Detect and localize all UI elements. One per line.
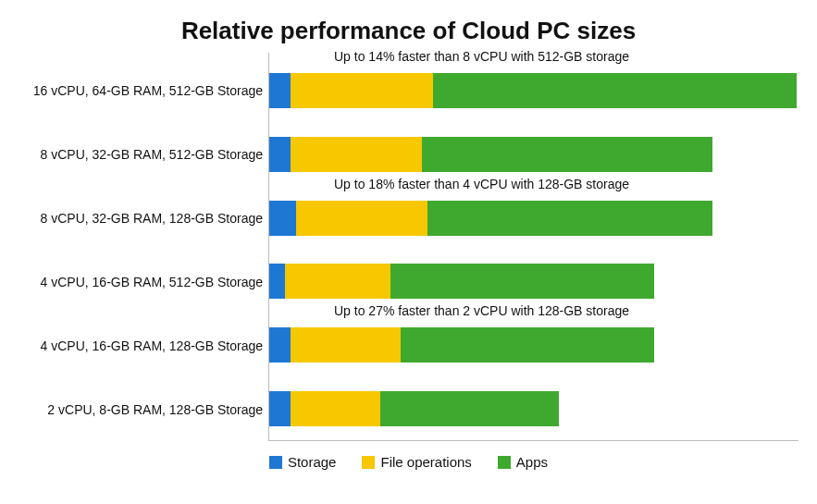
legend-item-apps: Apps [498, 454, 548, 470]
legend: Storage File operations Apps [19, 454, 798, 470]
legend-label: Apps [516, 454, 548, 470]
bar-row: Up to 14% faster than 8 vCPU with 512-GB… [269, 58, 798, 122]
legend-item-storage: Storage [269, 454, 337, 470]
category-label: 4 vCPU, 16-GB RAM, 128-GB Storage [19, 313, 268, 377]
bar-segment-storage [269, 264, 285, 299]
bar-segment-fileops [291, 327, 402, 363]
category-label: 4 vCPU, 16-GB RAM, 512-GB Storage [19, 250, 268, 313]
bar-segment-storage [269, 201, 296, 236]
bar-segment-apps [390, 264, 654, 299]
legend-item-fileops: File operations [362, 454, 471, 470]
bars-area: Up to 14% faster than 8 vCPU with 512-GB… [268, 53, 798, 441]
legend-label: File operations [380, 454, 471, 470]
bar-segment-fileops [296, 201, 428, 236]
stacked-bar [269, 201, 712, 236]
bar-segment-storage [269, 391, 291, 426]
category-label: 16 vCPU, 64-GB RAM, 512-GB Storage [19, 58, 268, 122]
category-label: 2 vCPU, 8-GB RAM, 128-GB Storage [19, 377, 268, 441]
bar-segment-fileops [291, 391, 380, 426]
bar-segment-apps [433, 73, 797, 108]
annotation: Up to 18% faster than 4 vCPU with 128-GB… [334, 177, 629, 191]
plot-area: 16 vCPU, 64-GB RAM, 512-GB Storage 8 vCP… [19, 53, 798, 441]
bar-segment-apps [401, 327, 654, 363]
bar-segment-storage [269, 137, 291, 172]
bar-row: Up to 18% faster than 4 vCPU with 128-GB… [269, 186, 798, 250]
chart-card: Relative performance of Cloud PC sizes 1… [0, 0, 817, 504]
category-label: 8 vCPU, 32-GB RAM, 128-GB Storage [19, 186, 268, 250]
square-icon [498, 456, 511, 469]
bar-segment-fileops [285, 264, 390, 299]
stacked-bar [269, 73, 797, 108]
annotation: Up to 14% faster than 8 vCPU with 512-GB… [334, 49, 629, 64]
y-axis-labels: 16 vCPU, 64-GB RAM, 512-GB Storage 8 vCP… [19, 53, 268, 441]
bar-segment-storage [269, 327, 291, 363]
bar-segment-apps [427, 201, 712, 236]
bar-segment-fileops [291, 73, 433, 108]
square-icon [362, 456, 375, 469]
stacked-bar [269, 264, 654, 299]
square-icon [269, 456, 282, 469]
annotation: Up to 27% faster than 2 vCPU with 128-GB… [334, 303, 629, 318]
stacked-bar [269, 391, 559, 426]
bar-segment-storage [269, 73, 291, 108]
chart-title: Relative performance of Cloud PC sizes [19, 17, 798, 45]
bar-segment-fileops [291, 137, 423, 172]
bar-segment-apps [380, 391, 560, 426]
stacked-bar [269, 327, 654, 363]
bar-row [269, 376, 798, 440]
bar-row: Up to 27% faster than 2 vCPU with 128-GB… [269, 313, 798, 376]
bar-segment-apps [422, 137, 712, 172]
category-label: 8 vCPU, 32-GB RAM, 512-GB Storage [19, 122, 268, 186]
stacked-bar [269, 137, 712, 172]
legend-label: Storage [288, 454, 337, 470]
